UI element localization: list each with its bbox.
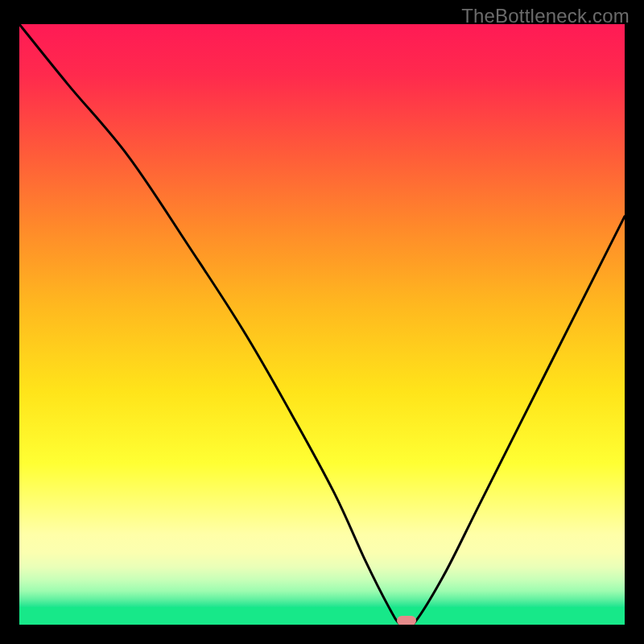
curve-path	[19, 24, 625, 625]
plot-area	[19, 24, 625, 625]
watermark-text: TheBottleneck.com	[461, 5, 630, 27]
chart-frame: TheBottleneck.com	[0, 0, 644, 644]
bottleneck-curve	[19, 24, 625, 625]
optimal-marker	[397, 616, 416, 625]
